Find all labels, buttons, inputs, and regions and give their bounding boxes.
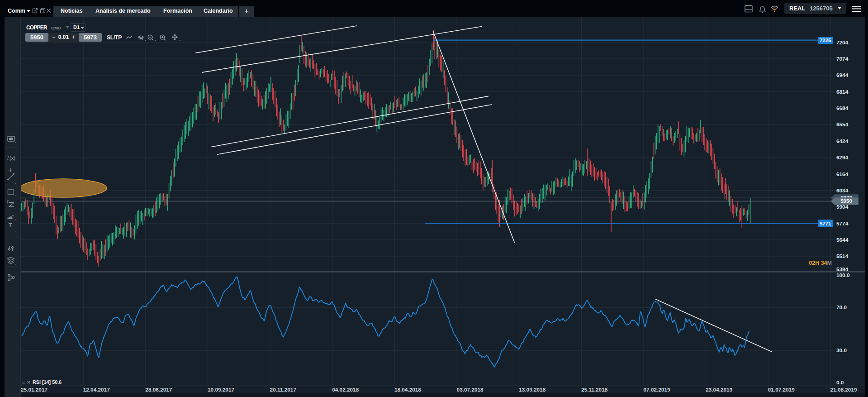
svg-text:6424: 6424 [836,138,849,144]
svg-text:5904: 5904 [836,204,849,210]
svg-text:7225: 7225 [820,38,831,43]
svg-text:5644: 5644 [836,237,849,243]
svg-text:5950: 5950 [840,198,852,204]
svg-text:12.04.2017: 12.04.2017 [83,387,110,393]
svg-text:7204: 7204 [836,39,849,46]
svg-text:100.0: 100.0 [836,272,850,278]
svg-text:28.06.2017: 28.06.2017 [145,387,172,393]
svg-text:(x): (x) [9,155,15,161]
svg-text:6034: 6034 [836,187,849,194]
svg-text:25.01.2017: 25.01.2017 [21,387,47,393]
svg-text:21.08.2019: 21.08.2019 [830,387,857,393]
svg-text:6814: 6814 [836,89,849,95]
svg-text:25.11.2018: 25.11.2018 [581,387,608,393]
svg-text:+: + [8,166,13,174]
svg-text:6554: 6554 [836,121,849,128]
svg-text:02H 34M: 02H 34M [809,260,832,266]
svg-text:07.02.2019: 07.02.2019 [644,387,670,393]
svg-text:5774: 5774 [836,220,849,227]
svg-text:RSI [14] 50.6: RSI [14] 50.6 [33,379,62,385]
svg-text:6294: 6294 [836,154,849,161]
svg-text:5514: 5514 [836,253,849,259]
svg-text:01.07.2019: 01.07.2019 [768,387,795,393]
svg-text:30.0: 30.0 [836,347,847,354]
svg-text:70.0: 70.0 [836,304,847,311]
svg-text:0.0: 0.0 [836,379,844,386]
svg-text:7074: 7074 [836,56,849,62]
svg-text:10.09.2017: 10.09.2017 [208,387,234,393]
svg-text:T: T [9,222,12,229]
svg-text:5384: 5384 [836,266,849,273]
svg-text:13.09.2018: 13.09.2018 [519,387,545,393]
svg-text:6684: 6684 [836,105,849,111]
svg-text:6164: 6164 [836,171,849,177]
svg-text:04.02.2018: 04.02.2018 [332,387,359,393]
svg-text:20.11.2017: 20.11.2017 [270,387,297,393]
svg-text:6944: 6944 [836,72,849,78]
svg-text:18.04.2018: 18.04.2018 [394,387,421,393]
svg-text:03.07.2018: 03.07.2018 [457,387,484,393]
svg-text:5771: 5771 [820,221,831,226]
svg-text:23.04.2019: 23.04.2019 [706,387,732,393]
